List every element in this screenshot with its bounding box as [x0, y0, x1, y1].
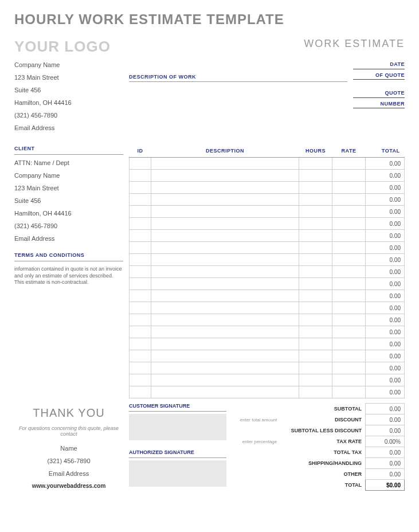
cell-desc[interactable]	[151, 362, 299, 374]
authorized-sig-box[interactable]	[129, 460, 226, 487]
cell-hours[interactable]	[299, 266, 332, 278]
cell-rate[interactable]	[332, 278, 366, 290]
cell-rate[interactable]	[332, 302, 366, 314]
cell-rate[interactable]	[332, 362, 366, 374]
cell-hours[interactable]	[299, 290, 332, 302]
taxrate-value[interactable]: 0.00%	[366, 436, 405, 447]
cell-hours[interactable]	[299, 206, 332, 218]
cell-hours[interactable]	[299, 278, 332, 290]
main-row: CLIENT ATTN: Name / Dept Company Name 12…	[14, 146, 405, 398]
cell-desc[interactable]	[151, 242, 299, 254]
table-row: 0.00	[130, 362, 405, 374]
cell-desc[interactable]	[151, 170, 299, 182]
cell-id[interactable]	[130, 278, 151, 290]
cell-desc[interactable]	[151, 302, 299, 314]
cell-rate[interactable]	[332, 170, 366, 182]
cell-hours[interactable]	[299, 170, 332, 182]
cell-id[interactable]	[130, 158, 151, 170]
cell-desc[interactable]	[151, 218, 299, 230]
cell-rate[interactable]	[332, 314, 366, 326]
cell-rate[interactable]	[332, 182, 366, 194]
cell-total: 0.00	[366, 326, 405, 338]
cell-id[interactable]	[130, 350, 151, 362]
cell-rate[interactable]	[332, 230, 366, 242]
cell-rate[interactable]	[332, 326, 366, 338]
cell-hours[interactable]	[299, 338, 332, 350]
cell-id[interactable]	[130, 218, 151, 230]
cell-hours[interactable]	[299, 362, 332, 374]
cell-desc[interactable]	[151, 254, 299, 266]
cell-rate[interactable]	[332, 242, 366, 254]
cell-rate[interactable]	[332, 266, 366, 278]
cell-rate[interactable]	[332, 374, 366, 386]
cell-desc[interactable]	[151, 182, 299, 194]
cell-desc[interactable]	[151, 266, 299, 278]
other-value[interactable]: 0.00	[366, 469, 405, 480]
cell-hours[interactable]	[299, 326, 332, 338]
cell-id[interactable]	[130, 314, 151, 326]
cell-desc[interactable]	[151, 290, 299, 302]
cell-id[interactable]	[130, 338, 151, 350]
cell-rate[interactable]	[332, 206, 366, 218]
customer-sig-box[interactable]	[129, 414, 226, 440]
cell-id[interactable]	[130, 302, 151, 314]
cell-rate[interactable]	[332, 290, 366, 302]
cell-rate[interactable]	[332, 194, 366, 206]
cell-id[interactable]	[130, 194, 151, 206]
cell-rate[interactable]	[332, 254, 366, 266]
cell-desc[interactable]	[151, 158, 299, 170]
cell-desc[interactable]	[151, 374, 299, 386]
cell-id[interactable]	[130, 374, 151, 386]
cell-hours[interactable]	[299, 386, 332, 398]
cell-hours[interactable]	[299, 182, 332, 194]
cell-desc[interactable]	[151, 350, 299, 362]
cell-id[interactable]	[130, 242, 151, 254]
cell-total: 0.00	[366, 290, 405, 302]
total-value: $0.00	[366, 480, 405, 491]
table-row: 0.00	[130, 314, 405, 326]
cell-id[interactable]	[130, 254, 151, 266]
cell-total: 0.00	[366, 338, 405, 350]
cell-desc[interactable]	[151, 338, 299, 350]
cell-desc[interactable]	[151, 194, 299, 206]
cell-rate[interactable]	[332, 218, 366, 230]
cell-hours[interactable]	[299, 350, 332, 362]
cell-id[interactable]	[130, 362, 151, 374]
cell-id[interactable]	[130, 206, 151, 218]
col-hours: HOURS	[299, 146, 332, 158]
cell-id[interactable]	[130, 182, 151, 194]
discount-value[interactable]: 0.00	[366, 414, 405, 425]
cell-hours[interactable]	[299, 158, 332, 170]
cell-hours[interactable]	[299, 374, 332, 386]
cell-hours[interactable]	[299, 254, 332, 266]
company-name: Company Name	[14, 61, 123, 68]
cell-hours[interactable]	[299, 314, 332, 326]
cell-id[interactable]	[130, 170, 151, 182]
cell-total: 0.00	[366, 242, 405, 254]
company-suite: Suite 456	[14, 87, 123, 93]
cell-id[interactable]	[130, 266, 151, 278]
cell-id[interactable]	[130, 326, 151, 338]
website: www.yourwebaddress.com	[14, 483, 123, 489]
cell-rate[interactable]	[332, 158, 366, 170]
client-city: Hamilton, OH 44416	[14, 210, 123, 217]
cell-rate[interactable]	[332, 386, 366, 398]
cell-hours[interactable]	[299, 302, 332, 314]
cell-desc[interactable]	[151, 206, 299, 218]
cell-id[interactable]	[130, 290, 151, 302]
cell-hours[interactable]	[299, 194, 332, 206]
cell-id[interactable]	[130, 230, 151, 242]
cell-hours[interactable]	[299, 242, 332, 254]
cell-hours[interactable]	[299, 230, 332, 242]
cell-desc[interactable]	[151, 278, 299, 290]
shipping-value[interactable]: 0.00	[366, 458, 405, 469]
cell-id[interactable]	[130, 386, 151, 398]
cell-desc[interactable]	[151, 314, 299, 326]
cell-desc[interactable]	[151, 326, 299, 338]
cell-desc[interactable]	[151, 386, 299, 398]
cell-rate[interactable]	[332, 350, 366, 362]
cell-rate[interactable]	[332, 338, 366, 350]
cell-hours[interactable]	[299, 218, 332, 230]
client-header: CLIENT	[14, 146, 123, 155]
cell-desc[interactable]	[151, 230, 299, 242]
